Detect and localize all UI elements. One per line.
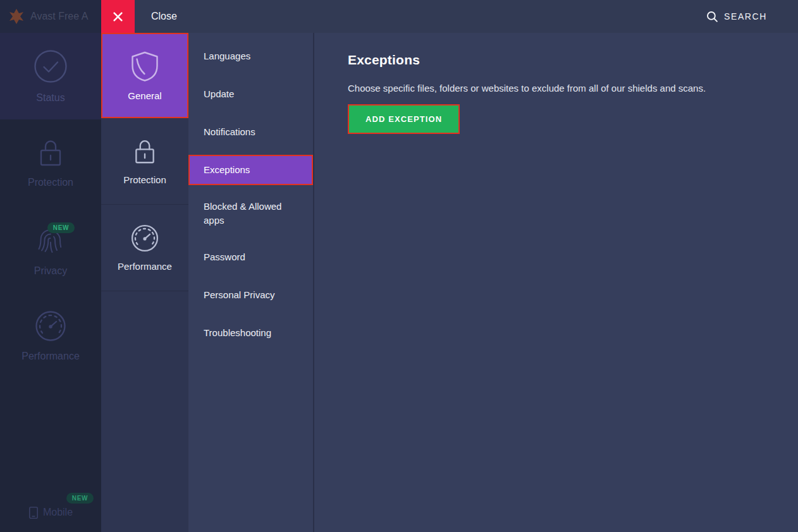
menu-item-password[interactable]: Password: [188, 242, 313, 272]
sidebar-item-status[interactable]: Status: [0, 33, 101, 119]
settings-section-label: Protection: [123, 174, 166, 185]
app-header: Avast Free A: [0, 0, 101, 33]
gauge-icon: [34, 310, 67, 342]
annotation-highlight: ADD EXCEPTION: [348, 104, 460, 134]
close-label: Close: [151, 0, 177, 33]
avast-settings-window: Avast Free A Close SEARCH: [0, 0, 798, 532]
sidebar-item-label: Privacy: [34, 265, 67, 277]
add-exception-button[interactable]: ADD EXCEPTION: [349, 106, 458, 133]
search-icon: [706, 11, 718, 23]
settings-menu-list: Languages Update Notifications Exception…: [188, 33, 313, 348]
close-icon: [113, 11, 123, 22]
sidebar-item-mobile[interactable]: NEW Mobile: [0, 493, 101, 532]
sidebar-item-protection[interactable]: Protection: [0, 119, 101, 206]
settings-section-label: General: [128, 90, 161, 101]
topbar: Avast Free A Close SEARCH: [0, 0, 798, 33]
close-button[interactable]: [101, 0, 135, 33]
check-circle-icon: [33, 49, 68, 84]
settings-section-general[interactable]: General: [101, 33, 188, 118]
sidebar-item-label: Mobile: [43, 507, 73, 518]
menu-item-exceptions[interactable]: Exceptions: [188, 155, 313, 185]
avast-logo-icon: [8, 8, 25, 25]
sidebar-item-performance[interactable]: Performance: [0, 293, 101, 379]
settings-section-label: Performance: [118, 261, 172, 272]
new-badge: NEW: [47, 222, 75, 233]
menu-item-notifications[interactable]: Notifications: [188, 117, 313, 147]
menu-item-blocked-allowed-apps[interactable]: Blocked & Allowed apps: [188, 193, 313, 234]
settings-section-protection[interactable]: Protection: [101, 118, 188, 205]
settings-section-performance[interactable]: Performance: [101, 205, 188, 291]
menu-item-update[interactable]: Update: [188, 79, 313, 109]
menu-item-troubleshooting[interactable]: Troubleshooting: [188, 318, 313, 348]
app-title: Avast Free A: [30, 11, 88, 22]
new-badge: NEW: [66, 493, 94, 504]
lock-icon: [37, 137, 64, 169]
sidebar-item-label: Performance: [21, 351, 80, 362]
sidebar-item-privacy[interactable]: NEW Privacy: [0, 206, 101, 293]
page-title: Exceptions: [348, 52, 760, 68]
sidebar-item-label: Protection: [28, 177, 73, 188]
page-description: Choose specific files, folders or websit…: [348, 83, 760, 94]
settings-menu: Languages Update Notifications Exception…: [188, 33, 314, 532]
sidebar-item-label: Status: [36, 92, 64, 104]
lock-icon: [132, 137, 157, 166]
shield-icon: [130, 51, 159, 82]
settings-sections: General Protection Performance: [101, 33, 188, 532]
app-sidebar: Status Protection NEW: [0, 33, 101, 532]
phone-icon: [28, 506, 39, 519]
search-button[interactable]: SEARCH: [706, 0, 767, 33]
menu-item-personal-privacy[interactable]: Personal Privacy: [188, 280, 313, 310]
menu-item-languages[interactable]: Languages: [188, 41, 313, 71]
search-label: SEARCH: [724, 11, 767, 21]
exceptions-panel: Exceptions Choose specific files, folder…: [314, 33, 798, 532]
gauge-icon: [130, 224, 159, 253]
